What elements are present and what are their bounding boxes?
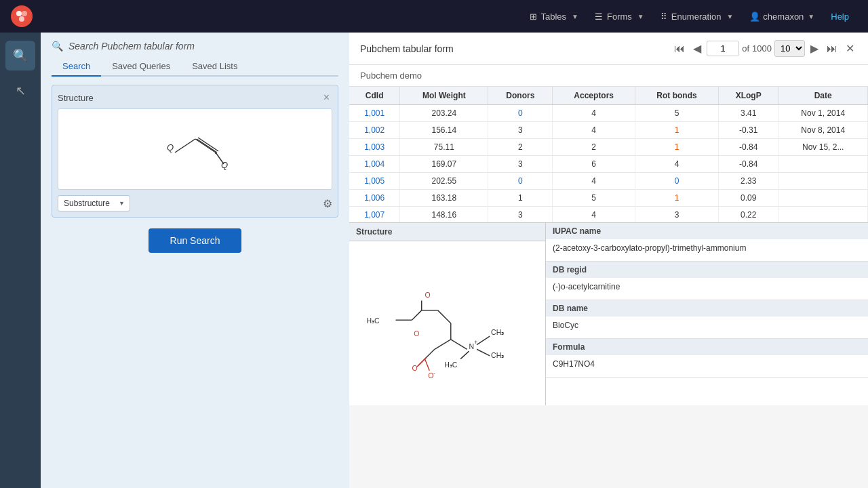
app-logo bbox=[11, 5, 33, 27]
cell-date: Nov 1, 2014 bbox=[778, 105, 868, 122]
search-icon: 🔍 bbox=[13, 48, 28, 63]
user-icon: 👤 bbox=[749, 12, 760, 22]
cell-date bbox=[778, 190, 868, 207]
tables-dropdown-icon: ▼ bbox=[572, 13, 578, 20]
sidebar-item-select[interactable]: ↖ bbox=[5, 76, 35, 106]
cell-cdid: 1,006 bbox=[349, 190, 400, 207]
detail-formula-group: Formula C9H17NO4 bbox=[546, 339, 868, 378]
col-donors: Donors bbox=[488, 87, 553, 105]
cell-donors: 3 bbox=[488, 207, 553, 223]
svg-text:CH₃: CH₃ bbox=[491, 351, 504, 359]
search-tabs: Search Saved Queries Saved Lists bbox=[52, 57, 338, 77]
help-label: Help bbox=[831, 12, 849, 22]
user-menu[interactable]: 👤 chemaxon ▼ bbox=[741, 7, 823, 26]
cell-donors: 3 bbox=[488, 156, 553, 173]
table-wrapper[interactable]: CdId Mol Weight Donors Acceptors Rot bon… bbox=[349, 87, 868, 222]
substructure-select[interactable]: Substructure Exact Similarity bbox=[58, 195, 130, 211]
table-row[interactable]: 1,004 169.07 3 6 4 -0.84 bbox=[349, 156, 868, 173]
svg-point-0 bbox=[16, 11, 22, 16]
cell-rot-bonds: 4 bbox=[635, 156, 719, 173]
nav-close-button[interactable]: ✕ bbox=[843, 39, 857, 58]
nav-first-button[interactable]: ⏮ bbox=[671, 40, 688, 58]
cell-donors: 3 bbox=[488, 122, 553, 139]
cell-rot-bonds: 5 bbox=[635, 105, 719, 122]
search-form-name: Pubchem tabular form bbox=[101, 41, 195, 52]
table-row[interactable]: 1,006 163.18 1 5 1 0.09 bbox=[349, 190, 868, 207]
sidebar-item-search[interactable]: 🔍 bbox=[5, 41, 35, 70]
cell-acceptors: 4 bbox=[553, 122, 635, 139]
structure-card-close-button[interactable]: × bbox=[321, 91, 332, 104]
table-row[interactable]: 1,005 202.55 0 4 0 2.33 bbox=[349, 173, 868, 190]
detail-dbregid-group: DB regid (-)o-acetylcarnitine bbox=[546, 262, 868, 300]
cursor-icon: ↖ bbox=[16, 83, 26, 98]
table-row[interactable]: 1,002 156.14 3 4 1 -0.31 Nov 8, 2014 bbox=[349, 122, 868, 139]
nav-next-button[interactable]: ▶ bbox=[808, 39, 821, 58]
col-mol-weight: Mol Weight bbox=[400, 87, 488, 105]
cell-donors: 1 bbox=[488, 190, 553, 207]
form-title: Pubchem tabular form bbox=[360, 43, 666, 54]
tab-saved-lists[interactable]: Saved Lists bbox=[181, 57, 248, 77]
structure-canvas[interactable]: Q Q bbox=[58, 108, 332, 190]
help-link[interactable]: Help bbox=[823, 7, 857, 26]
enumeration-nav[interactable]: ⠿ Enumeration ▼ bbox=[652, 7, 742, 26]
cell-cdid: 1,001 bbox=[349, 105, 400, 122]
svg-line-36 bbox=[425, 359, 429, 371]
cell-xlogp: -0.84 bbox=[718, 156, 778, 173]
cell-mol-weight: 203.24 bbox=[400, 105, 488, 122]
cell-acceptors: 2 bbox=[553, 139, 635, 156]
cell-cdid: 1,004 bbox=[349, 156, 400, 173]
cell-acceptors: 6 bbox=[553, 156, 635, 173]
svg-line-6 bbox=[197, 139, 217, 152]
detail-formula-label: Formula bbox=[546, 339, 868, 355]
forms-dropdown-icon: ▼ bbox=[637, 13, 644, 20]
search-header: 🔍 Search Pubchem tabular form Search Sav… bbox=[41, 33, 349, 77]
tab-search[interactable]: Search bbox=[52, 57, 101, 77]
col-cdid: CdId bbox=[349, 87, 400, 105]
table-row[interactable]: 1,001 203.24 0 4 5 3.41 Nov 1, 2014 bbox=[349, 105, 868, 122]
settings-icon[interactable]: ⚙ bbox=[323, 197, 332, 210]
form-nav: ⏮ ◀ of 1000 102550 ▶ ⏭ ✕ bbox=[671, 39, 857, 58]
run-search-button[interactable]: Run Search bbox=[149, 228, 242, 253]
col-acceptors: Acceptors bbox=[553, 87, 635, 105]
detail-iupac-label: IUPAC name bbox=[546, 223, 868, 239]
search-bar-icon: 🔍 bbox=[52, 41, 63, 52]
tables-nav[interactable]: ⊞ Tables ▼ bbox=[521, 7, 587, 26]
cell-mol-weight: 75.11 bbox=[400, 139, 488, 156]
cell-date bbox=[778, 207, 868, 223]
page-total: 1000 bbox=[752, 43, 772, 54]
cell-mol-weight: 163.18 bbox=[400, 190, 488, 207]
detail-dbregid-label: DB regid bbox=[546, 262, 868, 278]
detail-dbname-group: DB name BioCyc bbox=[546, 300, 868, 339]
cell-date bbox=[778, 156, 868, 173]
svg-text:Q: Q bbox=[167, 142, 174, 152]
nav-prev-button[interactable]: ◀ bbox=[690, 39, 704, 58]
table-row[interactable]: 1,007 148.16 3 4 3 0.22 bbox=[349, 207, 868, 223]
search-panel: 🔍 Search Pubchem tabular form Search Sav… bbox=[41, 33, 349, 488]
svg-line-25 bbox=[477, 349, 490, 356]
svg-line-10 bbox=[216, 152, 224, 164]
svg-text:-: - bbox=[433, 370, 435, 377]
forms-nav[interactable]: ☰ Forms ▼ bbox=[587, 7, 652, 26]
structure-card-title: Structure bbox=[58, 93, 94, 103]
svg-line-4 bbox=[195, 139, 216, 152]
enumeration-icon: ⠿ bbox=[660, 12, 667, 22]
cell-xlogp: 0.09 bbox=[718, 190, 778, 207]
form-header: Pubchem tabular form ⏮ ◀ of 1000 102550 … bbox=[349, 33, 868, 65]
table-row[interactable]: 1,003 75.11 2 2 1 -0.84 Nov 15, 2... bbox=[349, 139, 868, 156]
detail-structure: Structure H₃C O bbox=[349, 223, 546, 405]
substructure-select-wrap: Substructure Exact Similarity bbox=[58, 195, 130, 211]
tab-saved-queries[interactable]: Saved Queries bbox=[101, 57, 181, 77]
forms-label: Forms bbox=[607, 12, 632, 22]
cell-acceptors: 4 bbox=[553, 207, 635, 223]
structure-controls: Substructure Exact Similarity ⚙ bbox=[58, 195, 332, 211]
col-rot-bonds: Rot bonds bbox=[635, 87, 719, 105]
page-input[interactable] bbox=[707, 41, 739, 56]
search-bar: 🔍 Search Pubchem tabular form bbox=[52, 41, 338, 52]
cell-date: Nov 8, 2014 bbox=[778, 122, 868, 139]
page-size-select[interactable]: 102550 bbox=[774, 40, 805, 57]
detail-structure-header: Structure bbox=[349, 223, 545, 241]
cell-cdid: 1,003 bbox=[349, 139, 400, 156]
cell-donors: 2 bbox=[488, 139, 553, 156]
svg-line-33 bbox=[418, 358, 425, 365]
nav-last-button[interactable]: ⏭ bbox=[824, 40, 840, 58]
